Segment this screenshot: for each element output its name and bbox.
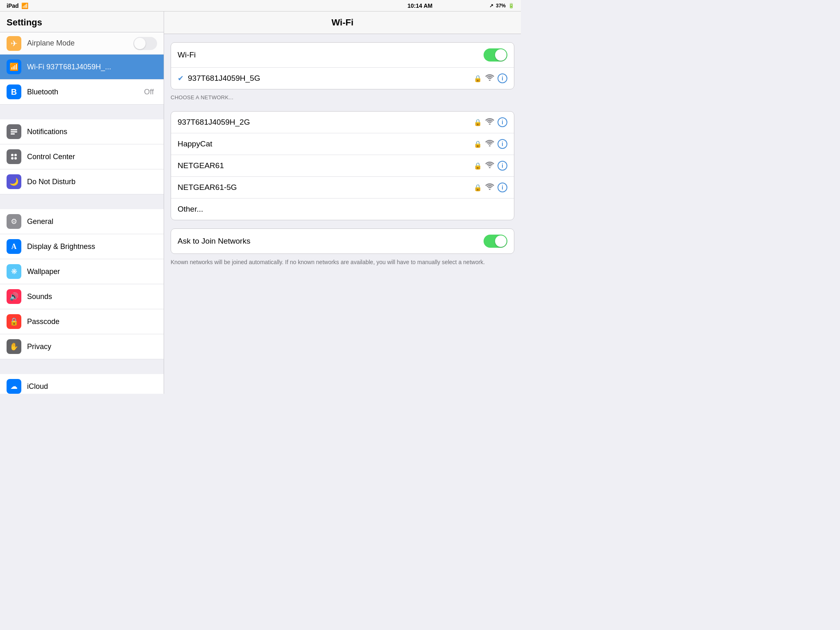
sidebar-item-notifications[interactable]: Notifications (0, 119, 164, 144)
ask-to-join-note: Known networks will be joined automatica… (164, 254, 521, 273)
sounds-icon: 🔊 (7, 289, 21, 304)
wifi-toggle-row[interactable]: Wi-Fi (171, 43, 514, 68)
connected-network-label: 937T681J4059H_5G (188, 74, 474, 83)
sidebar-sep-2 (0, 194, 164, 209)
general-icon: ⚙ (7, 214, 21, 229)
svg-point-8 (489, 123, 491, 125)
svg-rect-1 (11, 131, 17, 132)
sidebar-item-general-label: General (27, 217, 157, 226)
network-info-icon-0[interactable]: i (498, 117, 507, 127)
status-bar-left: iPad 📶 (7, 2, 28, 9)
device-label: iPad (7, 2, 19, 9)
wifi-toggle[interactable] (484, 48, 507, 62)
airplane-toggle[interactable] (133, 37, 157, 50)
lock-icon: 🔒 (474, 75, 482, 82)
battery-icon: 🔋 (508, 3, 514, 9)
ask-to-join-toggle[interactable] (484, 235, 507, 248)
lock-icon-2: 🔒 (474, 162, 482, 170)
ask-to-join-label: Ask to Join Networks (178, 237, 484, 246)
wifi-checkmark-icon: ✔ (178, 74, 184, 83)
battery-label: 37% (496, 3, 506, 9)
svg-point-9 (489, 145, 491, 146)
lock-icon-0: 🔒 (474, 119, 482, 126)
sidebar-item-airplane[interactable]: ✈ Airplane Mode (0, 32, 164, 55)
displaybrightness-icon: A (7, 239, 21, 254)
wifi-signal-icon-1 (485, 140, 494, 148)
main-layout: Settings ✈ Airplane Mode 📶 Wi-Fi 937T681… (0, 11, 521, 394)
sidebar-item-privacy[interactable]: ✋ Privacy (0, 334, 164, 359)
svg-point-6 (14, 157, 17, 160)
status-bar: iPad 📶 10:14 AM ↗ 37% 🔋 (0, 0, 521, 11)
sidebar-item-displaybrightness[interactable]: A Display & Brightness (0, 234, 164, 259)
notifications-icon (7, 124, 21, 139)
status-bar-right: ↗ 37% 🔋 (489, 3, 514, 9)
sidebar-item-sounds-label: Sounds (27, 292, 157, 301)
sidebar-item-bluetooth-label: Bluetooth (27, 88, 144, 96)
network-row-other[interactable]: Other... (171, 199, 514, 220)
wallpaper-icon: ❋ (7, 264, 21, 279)
network-ssid-1: HappyCat (178, 139, 474, 148)
sidebar-item-passcode[interactable]: 🔒 Passcode (0, 309, 164, 334)
wifi-panel-title: Wi-Fi (164, 11, 521, 34)
controlcenter-icon (7, 149, 21, 164)
sidebar-item-general[interactable]: ⚙ General (0, 209, 164, 234)
network-ssid-3: NETGEAR61-5G (178, 183, 474, 192)
sidebar-item-wallpaper-label: Wallpaper (27, 267, 157, 276)
network-icons-0: 🔒 i (474, 117, 507, 127)
sidebar-item-sounds[interactable]: 🔊 Sounds (0, 284, 164, 309)
sidebar-item-icloud[interactable]: ☁ iCloud (0, 374, 164, 394)
svg-point-7 (489, 80, 491, 81)
network-icons-2: 🔒 i (474, 161, 507, 171)
passcode-icon: 🔒 (7, 314, 21, 329)
network-row-1[interactable]: HappyCat 🔒 i (171, 133, 514, 155)
sidebar-item-passcode-label: Passcode (27, 317, 157, 326)
svg-point-5 (11, 157, 14, 160)
wifi-signal-icon-2 (485, 162, 494, 170)
right-panel: Wi-Fi Wi-Fi ✔ 937T681J4059H_5G 🔒 (164, 11, 521, 394)
wifi-toggle-section: Wi-Fi ✔ 937T681J4059H_5G 🔒 (171, 42, 514, 89)
connected-network-row[interactable]: ✔ 937T681J4059H_5G 🔒 i (171, 68, 514, 89)
sidebar-sep-1 (0, 105, 164, 119)
sidebar-item-bluetooth[interactable]: B Bluetooth Off (0, 80, 164, 105)
network-info-icon-2[interactable]: i (498, 161, 507, 171)
donotdisturb-icon: 🌙 (7, 174, 21, 189)
sidebar-item-wallpaper[interactable]: ❋ Wallpaper (0, 259, 164, 284)
connected-network-info-icon[interactable]: i (498, 73, 507, 83)
lock-icon-1: 🔒 (474, 140, 482, 148)
network-info-icon-1[interactable]: i (498, 139, 507, 149)
sidebar-item-privacy-label: Privacy (27, 342, 157, 351)
sidebar-item-notifications-label: Notifications (27, 128, 157, 136)
network-ssid-2: NETGEAR61 (178, 161, 474, 170)
svg-point-11 (489, 189, 491, 190)
svg-rect-2 (11, 133, 15, 135)
wifi-signal-icon (485, 74, 494, 82)
sidebar-item-controlcenter-label: Control Center (27, 153, 157, 161)
wifi-icon: 📶 (7, 59, 21, 74)
icloud-icon: ☁ (7, 379, 21, 394)
sidebar-item-wifi[interactable]: 📶 Wi-Fi 937T681J4059H_... (0, 55, 164, 80)
bluetooth-icon: B (7, 84, 21, 99)
sidebar-item-bluetooth-value: Off (144, 88, 154, 96)
sidebar-item-donotdisturb-label: Do Not Disturb (27, 178, 157, 186)
status-bar-time: 10:14 AM (408, 2, 433, 9)
network-row-0[interactable]: 937T681J4059H_2G 🔒 i (171, 112, 514, 133)
svg-rect-0 (11, 129, 17, 130)
ask-to-join-section: Ask to Join Networks (171, 228, 514, 254)
sidebar-item-wifi-label: Wi-Fi 937T681J4059H_... (27, 63, 157, 71)
ask-to-join-row[interactable]: Ask to Join Networks (171, 229, 514, 253)
lock-icon-3: 🔒 (474, 184, 482, 192)
sidebar-item-controlcenter[interactable]: Control Center (0, 144, 164, 169)
choose-network-header: CHOOSE A NETWORK... (164, 89, 521, 103)
network-row-3[interactable]: NETGEAR61-5G 🔒 i (171, 177, 514, 199)
sidebar-item-donotdisturb[interactable]: 🌙 Do Not Disturb (0, 169, 164, 194)
sidebar-item-displaybrightness-label: Display & Brightness (27, 242, 157, 251)
network-row-2[interactable]: NETGEAR61 🔒 i (171, 155, 514, 177)
wifi-signal-icon-0 (485, 118, 494, 126)
airplane-icon: ✈ (7, 36, 21, 51)
network-ssid-0: 937T681J4059H_2G (178, 118, 474, 127)
sidebar-sep-3 (0, 359, 164, 374)
svg-point-10 (489, 167, 491, 168)
network-info-icon-3[interactable]: i (498, 183, 507, 192)
wifi-signal-icon-3 (485, 183, 494, 192)
wifi-toggle-label: Wi-Fi (178, 50, 484, 59)
